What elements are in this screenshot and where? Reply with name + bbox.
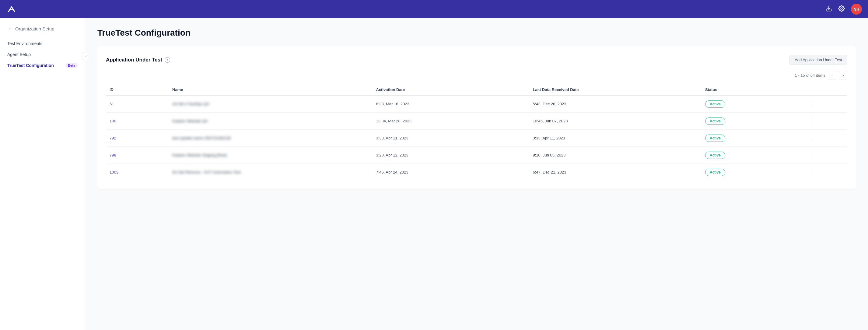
sidebar-back-button[interactable]: ← Organization Setup bbox=[0, 26, 85, 38]
col-header-id: ID bbox=[106, 84, 168, 95]
svg-point-1 bbox=[841, 8, 842, 9]
sidebar-item-label: Agent Setup bbox=[7, 52, 31, 57]
application-under-test-card: Application Under Test i Add Application… bbox=[97, 46, 856, 189]
section-title-text: Application Under Test bbox=[106, 57, 162, 63]
pagination-bar: 1 - 15 of 64 items ‹ › bbox=[106, 71, 847, 80]
applications-table: ID Name Activation Date Last Data Receiv… bbox=[106, 84, 847, 181]
row-more-button[interactable]: ⋮ bbox=[807, 100, 844, 108]
sidebar: ‹ ← Organization Setup Test Environments… bbox=[0, 18, 85, 330]
card-header: Application Under Test i Add Application… bbox=[106, 55, 847, 65]
row-name: test-update-name 250723180136 bbox=[172, 136, 231, 140]
sidebar-toggle-button[interactable]: ‹ bbox=[82, 52, 90, 60]
row-name: Katalon Website Staging [New] bbox=[172, 153, 227, 157]
table-row: 1003Do Not Remove - AUT Automation Test7… bbox=[106, 164, 847, 181]
row-last-received-date: 9:10, Jun 05, 2023 bbox=[529, 147, 702, 164]
add-application-button[interactable]: Add Application Under Test bbox=[789, 55, 847, 65]
table-header: ID Name Activation Date Last Data Receiv… bbox=[106, 84, 847, 95]
row-id-link[interactable]: 798 bbox=[110, 153, 116, 157]
row-more-button[interactable]: ⋮ bbox=[807, 117, 844, 125]
col-header-name: Name bbox=[168, 84, 373, 95]
col-header-actions bbox=[804, 84, 847, 95]
table-row: 100Katalon Website QA13:34, Mar 28, 2023… bbox=[106, 113, 847, 130]
info-icon[interactable]: i bbox=[165, 57, 170, 63]
page-title: TrueTest Configuration bbox=[97, 28, 856, 38]
row-last-received-date: 6:47, Dec 21, 2023 bbox=[529, 164, 702, 181]
row-id-link[interactable]: 1003 bbox=[110, 170, 118, 174]
beta-badge: Beta bbox=[65, 63, 78, 68]
row-activation-date: 3:33, Apr 11, 2023 bbox=[373, 130, 529, 147]
col-header-activation: Activation Date bbox=[373, 84, 529, 95]
table-row: 792test-update-name 2507231801363:33, Ap… bbox=[106, 130, 847, 147]
sidebar-item-truetest-configuration[interactable]: TrueTest Configuration Beta bbox=[0, 60, 85, 71]
row-last-received-date: 10:45, Jun 07, 2023 bbox=[529, 113, 702, 130]
user-avatar[interactable]: NH bbox=[851, 4, 862, 14]
sidebar-item-label: TrueTest Configuration bbox=[7, 63, 54, 68]
row-activation-date: 8:33, Mar 16, 2023 bbox=[373, 95, 529, 113]
status-badge: Active bbox=[705, 152, 725, 159]
main-layout: ‹ ← Organization Setup Test Environments… bbox=[0, 18, 868, 330]
status-badge: Active bbox=[705, 169, 725, 176]
header-actions: NH bbox=[826, 4, 862, 14]
app-header: NH bbox=[0, 0, 868, 18]
status-badge: Active bbox=[705, 118, 725, 125]
row-activation-date: 13:34, Mar 28, 2023 bbox=[373, 113, 529, 130]
row-more-button[interactable]: ⋮ bbox=[807, 134, 844, 142]
settings-icon[interactable] bbox=[838, 5, 845, 13]
col-header-status: Status bbox=[702, 84, 804, 95]
row-id-link[interactable]: 792 bbox=[110, 136, 116, 140]
row-name: AH-90-4 TestOps QA bbox=[172, 102, 209, 106]
download-icon[interactable] bbox=[826, 5, 832, 13]
row-last-received-date: 3:33, Apr 11, 2023 bbox=[529, 130, 702, 147]
col-header-last-received: Last Data Received Date bbox=[529, 84, 702, 95]
row-activation-date: 7:46, Apr 24, 2023 bbox=[373, 164, 529, 181]
pagination-prev-button[interactable]: ‹ bbox=[828, 71, 836, 80]
row-name: Do Not Remove - AUT Automation Test bbox=[172, 170, 241, 174]
sidebar-item-agent-setup[interactable]: Agent Setup bbox=[0, 49, 85, 60]
row-id-link[interactable]: 100 bbox=[110, 119, 116, 123]
table-row: 61AH-90-4 TestOps QA8:33, Mar 16, 20235:… bbox=[106, 95, 847, 113]
table-row: 798Katalon Website Staging [New]3:28, Ap… bbox=[106, 147, 847, 164]
pagination-next-button[interactable]: › bbox=[839, 71, 847, 80]
row-more-button[interactable]: ⋮ bbox=[807, 168, 844, 176]
status-badge: Active bbox=[705, 100, 725, 108]
back-arrow-icon: ← bbox=[7, 26, 13, 32]
row-more-button[interactable]: ⋮ bbox=[807, 151, 844, 159]
pagination-text: 1 - 15 of 64 items bbox=[795, 73, 826, 78]
sidebar-item-test-environments[interactable]: Test Environments bbox=[0, 38, 85, 49]
app-logo[interactable] bbox=[6, 4, 17, 14]
sidebar-back-label: Organization Setup bbox=[15, 26, 54, 31]
sidebar-nav: Test Environments Agent Setup TrueTest C… bbox=[0, 38, 85, 71]
sidebar-item-label: Test Environments bbox=[7, 41, 42, 46]
row-activation-date: 3:28, Apr 12, 2023 bbox=[373, 147, 529, 164]
main-content: TrueTest Configuration Application Under… bbox=[85, 18, 868, 330]
row-last-received-date: 5:43, Dec 26, 2023 bbox=[529, 95, 702, 113]
status-badge: Active bbox=[705, 134, 725, 142]
table-body: 61AH-90-4 TestOps QA8:33, Mar 16, 20235:… bbox=[106, 95, 847, 181]
row-id-link[interactable]: 61 bbox=[110, 102, 114, 106]
card-title: Application Under Test i bbox=[106, 57, 170, 63]
row-name: Katalon Website QA bbox=[172, 119, 208, 123]
